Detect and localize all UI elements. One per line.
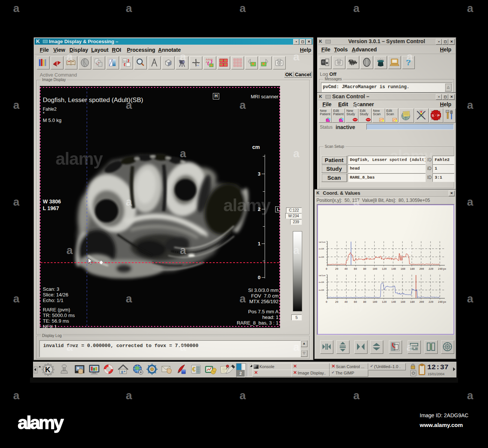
svg-text:e+04: e+04 (319, 256, 324, 259)
svg-text:180: 180 (410, 268, 415, 271)
svg-text:40: 40 (345, 268, 348, 271)
svg-text:80: 80 (363, 268, 366, 271)
svg-text:200: 200 (419, 301, 424, 304)
svg-text:80: 80 (363, 301, 366, 304)
svg-text:120: 120 (382, 301, 387, 304)
svg-text:0: 0 (326, 268, 327, 271)
svg-text:120: 120 (382, 268, 387, 271)
svg-text:e+04: e+04 (319, 248, 324, 250)
svg-text:px: px (443, 268, 446, 271)
svg-text:140: 140 (391, 301, 396, 304)
svg-text:?: ? (406, 58, 411, 67)
svg-text:60: 60 (354, 268, 357, 271)
svg-text:220: 220 (429, 268, 434, 271)
svg-text:160: 160 (401, 268, 405, 271)
svg-text:e+04: e+04 (319, 289, 324, 292)
svg-text:e+04: e+04 (319, 281, 324, 284)
svg-text:0: 0 (326, 301, 327, 304)
svg-text:220: 220 (429, 301, 434, 304)
svg-text:value: value (319, 241, 325, 244)
svg-text:20: 20 (335, 268, 338, 271)
svg-text:K: K (45, 365, 51, 374)
svg-text:200: 200 (419, 268, 424, 271)
svg-text:100: 100 (372, 268, 377, 271)
svg-text:20: 20 (335, 301, 338, 304)
svg-text:px: px (443, 301, 446, 304)
svg-text:180: 180 (410, 301, 415, 304)
svg-text:40: 40 (345, 301, 348, 304)
svg-text:140: 140 (391, 268, 396, 271)
svg-text:240: 240 (438, 301, 443, 304)
svg-text:100: 100 (372, 301, 377, 304)
svg-text:value: value (319, 274, 325, 277)
svg-text:50%: 50% (123, 60, 127, 62)
svg-text:€: € (192, 366, 196, 373)
svg-text:240: 240 (438, 268, 443, 271)
svg-text:60: 60 (354, 301, 357, 304)
svg-text:xt: xt (197, 64, 199, 66)
svg-text:160: 160 (401, 301, 405, 304)
